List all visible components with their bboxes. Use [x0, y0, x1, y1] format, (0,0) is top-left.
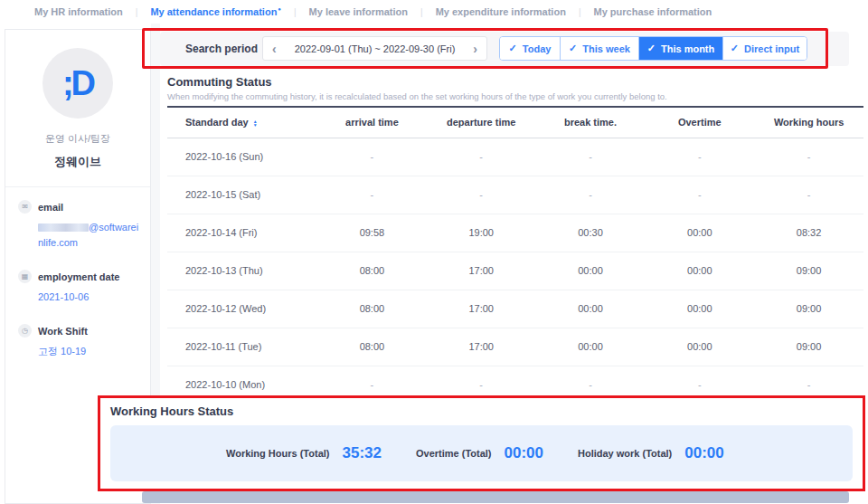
- field-value-email[interactable]: @softwareinlife.com: [38, 220, 141, 251]
- column-header-standard-day[interactable]: Standard day▲▼: [167, 107, 317, 138]
- cell-standard-day: 2022-10-15 (Sat): [167, 176, 317, 214]
- field-label-work-shift: Work Shift: [38, 326, 88, 337]
- nav-tab-my-attendance-information[interactable]: My attendance information●: [150, 6, 281, 17]
- cell-value: -: [645, 138, 754, 176]
- redacted-text: [38, 223, 89, 232]
- commuting-status-subtitle: When modifying the commuting history, it…: [167, 91, 667, 101]
- sort-icon[interactable]: ▲▼: [253, 119, 258, 127]
- check-icon: ✓: [569, 43, 577, 54]
- table-row: 2022-10-15 (Sat)-----: [167, 176, 863, 214]
- cell-standard-day: 2022-10-13 (Thu): [167, 252, 317, 290]
- avatar: ;D: [42, 48, 113, 119]
- period-button-today[interactable]: ✓Today: [500, 37, 560, 60]
- cell-standard-day: 2022-10-11 (Tue): [167, 328, 317, 366]
- cell-value: 08:32: [754, 214, 863, 252]
- period-button-label: Direct input: [744, 43, 799, 54]
- cell-value: -: [427, 176, 536, 214]
- period-button-direct-input[interactable]: ✓Direct input: [722, 37, 807, 60]
- company-logo-icon: ;D: [62, 64, 93, 103]
- cell-value: -: [754, 138, 863, 176]
- cell-standard-day: 2022-10-12 (Wed): [167, 290, 317, 328]
- total-value-working-hours-total-: 35:32: [342, 444, 381, 462]
- column-header-break-time-[interactable]: break time.: [536, 107, 646, 138]
- nav-separator: |: [136, 7, 138, 17]
- cell-standard-day: 2022-10-16 (Sun): [167, 138, 317, 176]
- period-button-label: Today: [523, 43, 552, 54]
- field-value-work-shift[interactable]: 고정 10-19: [38, 344, 141, 359]
- cell-value: -: [317, 138, 427, 176]
- cell-value: -: [317, 176, 427, 214]
- next-period-icon[interactable]: ›: [473, 43, 477, 55]
- table-row: 2022-10-11 (Tue)08:0017:0000:0000:0009:0…: [167, 328, 863, 366]
- cell-value: 17:00: [427, 252, 536, 290]
- cell-value: -: [754, 176, 863, 214]
- cell-value: 09:00: [754, 290, 863, 328]
- field-label-email: email: [38, 202, 63, 213]
- nav-tab-my-purchase-information[interactable]: My purchase information: [593, 6, 712, 17]
- period-button-this-week[interactable]: ✓This week: [560, 37, 638, 60]
- clock-icon: ◷: [18, 324, 32, 338]
- table-row: 2022-10-13 (Thu)08:0017:0000:0000:0009:0…: [167, 252, 863, 290]
- cell-value: 17:00: [427, 328, 536, 366]
- cell-value: 09:58: [317, 214, 427, 252]
- table-row: 2022-10-12 (Wed)08:0017:0000:0000:0009:0…: [167, 290, 863, 328]
- total-working-hours-total-: Working Hours (Total)35:32: [226, 444, 382, 462]
- column-header-overtime[interactable]: Overtime: [645, 107, 754, 138]
- nav-tab-my-leave-information[interactable]: My leave information: [309, 6, 408, 17]
- date-range-value: 2022-09-01 (Thu) ~ 2022-09-30 (Fri): [295, 43, 456, 54]
- top-nav: My HR information|My attendance informat…: [0, 0, 868, 24]
- cell-value: 00:00: [536, 328, 646, 366]
- field-head-work-shift: ◷Work Shift: [18, 324, 141, 338]
- check-icon: ✓: [731, 43, 739, 54]
- column-header-departure-time[interactable]: departure time: [427, 107, 536, 138]
- prev-period-icon[interactable]: ‹: [272, 43, 277, 55]
- cell-value: 17:00: [427, 290, 536, 328]
- sort-desc-arrow: ▼: [253, 123, 258, 127]
- nav-tab-my-expenditure-information[interactable]: My expenditure information: [436, 6, 566, 17]
- total-value-holiday-work-total-: 00:00: [684, 444, 723, 462]
- cell-value: -: [536, 176, 646, 214]
- working-hours-status-title: Working Hours Status: [110, 404, 863, 418]
- unread-dot-icon: ●: [278, 6, 281, 12]
- field-value-employment-date[interactable]: 2021-10-06: [38, 290, 141, 305]
- cell-value: 00:00: [645, 290, 754, 328]
- cell-value: 19:00: [427, 214, 536, 252]
- calendar-icon: ▦: [18, 270, 32, 283]
- check-icon: ✓: [509, 43, 517, 54]
- date-range-picker[interactable]: ‹ 2022-09-01 (Thu) ~ 2022-09-30 (Fri) ›: [262, 36, 487, 61]
- table-row: 2022-10-14 (Fri)09:5819:0000:3000:0008:3…: [167, 214, 863, 252]
- period-button-this-month[interactable]: ✓This month: [638, 37, 722, 60]
- profile-name: 정웨이브: [5, 154, 150, 170]
- total-value-overtime-total-: 00:00: [505, 444, 543, 462]
- total-overtime-total-: Overtime (Total)00:00: [416, 444, 543, 462]
- cell-value: 00:00: [536, 290, 646, 328]
- cell-value: 08:00: [317, 290, 427, 328]
- cell-value: 00:00: [645, 252, 754, 290]
- search-period-label: Search period: [185, 43, 258, 55]
- total-label-holiday-work-total-: Holiday work (Total): [578, 448, 672, 459]
- period-button-label: This month: [661, 43, 714, 54]
- cell-value: -: [536, 138, 646, 176]
- nav-separator: |: [294, 7, 297, 17]
- nav-tab-my-hr-information[interactable]: My HR information: [34, 6, 123, 17]
- table-row: 2022-10-16 (Sun)-----: [167, 138, 863, 176]
- search-period-bar: Search period ‹ 2022-09-01 (Thu) ~ 2022-…: [160, 32, 849, 66]
- column-header-arrival-time[interactable]: arrival time: [317, 107, 427, 138]
- total-label-working-hours-total-: Working Hours (Total): [226, 448, 329, 459]
- background-bar: [142, 491, 849, 503]
- cell-value: 00:00: [645, 214, 754, 252]
- cell-value: 00:00: [536, 252, 646, 290]
- check-icon: ✓: [647, 43, 656, 54]
- cell-value: 08:00: [317, 252, 427, 290]
- column-header-working-hours[interactable]: Working hours: [754, 107, 863, 138]
- cell-value: 00:30: [536, 214, 646, 252]
- period-button-label: This week: [582, 43, 630, 54]
- nav-separator: |: [579, 7, 581, 17]
- cell-value: -: [645, 176, 754, 214]
- profile-fields: ✉email@softwareinlife.com▦employment dat…: [5, 187, 150, 359]
- cell-value: 09:00: [754, 328, 863, 366]
- commuting-status-title: Commuting Status: [167, 75, 272, 89]
- period-button-group: ✓Today✓This week✓This month✓Direct input: [499, 36, 807, 61]
- profile-field-work-shift: ◷Work Shift고정 10-19: [18, 324, 141, 359]
- total-label-overtime-total-: Overtime (Total): [416, 448, 492, 459]
